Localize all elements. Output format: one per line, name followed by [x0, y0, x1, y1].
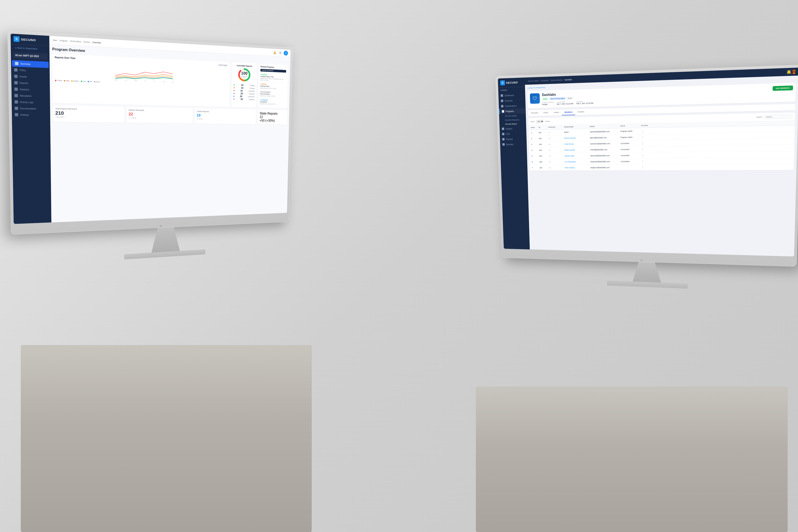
sidebar-item-support[interactable]: Support	[500, 126, 526, 132]
sidebar-item-documentation[interactable]: Documentation	[12, 105, 50, 112]
right-logo-text: SECUNO	[506, 81, 518, 84]
organizations-icon	[501, 105, 503, 108]
badge-pentest: Secure Pentest Alpha	[549, 97, 566, 100]
notifications-button[interactable]: 🔔	[273, 50, 277, 55]
th-profile: profile	[548, 126, 564, 128]
add-members-button[interactable]: ADD MEMBERS	[773, 86, 793, 91]
settings-button[interactable]: ⚙	[278, 50, 283, 55]
secuno-shield-icon: S	[14, 36, 20, 42]
stat-triaging: 10 Triaging	[234, 83, 255, 87]
tab-hunters[interactable]: Hunters	[575, 109, 587, 115]
sidebar-sub-security-response[interactable]: Security Response	[499, 118, 526, 122]
submitted-dot	[234, 90, 235, 91]
row-action-3[interactable]: ⋮	[641, 141, 653, 145]
tab-policy[interactable]: Policy	[541, 110, 551, 116]
row-action-7[interactable]: ⋮	[641, 166, 654, 169]
dashboard-icon	[501, 94, 503, 97]
pentest-item-testing: ● Testing Testing Status Started Sep 24,…	[260, 82, 286, 91]
info-dot	[88, 81, 89, 82]
user-avatar-button[interactable]: A	[284, 51, 288, 56]
sidebar-item-programs[interactable]: Programs	[499, 108, 526, 114]
low-dot	[81, 81, 82, 82]
sidebar-item-analytics[interactable]: Analytics	[12, 86, 50, 93]
platform-left	[21, 345, 312, 532]
right-sidebar: S SECUNO ADMIN Dashboard Accounts	[498, 77, 530, 249]
tab-assets[interactable]: Assets	[551, 110, 562, 116]
program-info-row: 🛡 Dashlabs Active Secure Pentest Alpha R…	[530, 86, 793, 106]
sidebar-item-accounts[interactable]: Accounts	[499, 98, 525, 104]
medium-dot	[71, 80, 73, 82]
row-action-1[interactable]: ⋮	[641, 129, 653, 133]
state-reports-sub: +50 (+30%)	[260, 119, 285, 123]
chart-title: Reports Over Time	[55, 56, 75, 60]
row-action-6[interactable]: ⋮	[641, 160, 654, 163]
testing-desc: Started Sep 24, 2022 4:17 PM	[260, 87, 286, 90]
meta-launch-date: Launch Date Jan 7, 2017 12:10 PM	[557, 101, 573, 105]
sidebar-item-organizations[interactable]: Organizations	[499, 103, 525, 109]
sidebar-item-payouts[interactable]: Payouts	[500, 136, 527, 142]
left-sidebar: S SECUNO ◂ Back to Organization 6Coin VA…	[11, 34, 51, 224]
show-label: Show	[531, 121, 535, 122]
members-search-input[interactable]	[764, 114, 792, 119]
svg-line-2	[113, 68, 177, 70]
closed-reports-value: 18	[197, 113, 254, 118]
row-action-4[interactable]: ⋮	[641, 148, 653, 151]
right-content: ◂ BACK TO PROGRAMS 🛡 Dashlabs	[525, 76, 798, 256]
th-role: Role	[620, 125, 641, 127]
right-notifications-button[interactable]: 🔔	[787, 70, 792, 74]
policy-icon	[14, 68, 18, 72]
monitor-right: S SECUNO ADMIN Dashboard Accounts	[496, 64, 798, 284]
svg-text:Sun: Sun	[172, 81, 173, 83]
breadcrumb: Start / Program / 6Coin Menu / 6Coins / …	[53, 39, 101, 44]
sidebar-item-allocations[interactable]: Allocations	[12, 92, 50, 99]
tab-members[interactable]: Members	[562, 109, 575, 115]
resolved-dot	[234, 93, 235, 94]
tab-overview[interactable]: Overview	[528, 110, 541, 116]
table-row: 7 007 — Rose Starkey keighnus@dashlabs.c…	[530, 164, 794, 171]
top-section-row: Reports Over Time Last 7 Days	[52, 54, 288, 109]
admin-badge: ADMIN	[498, 87, 525, 93]
chart-filter[interactable]: Last 7 Days	[218, 63, 228, 67]
completed-title: Completed	[260, 101, 285, 103]
entries-select[interactable]: 10 25 50	[536, 120, 544, 123]
reports-received-card: Reports Received 22 +1 (+48%)	[127, 107, 193, 124]
closed-reports-label: Closed Reports	[197, 110, 254, 113]
sidebar-item-dashboard[interactable]: Dashboard	[498, 92, 525, 98]
stats-row: Total Reports Received 210 +48 (+48%) Re…	[53, 105, 287, 125]
left-content: Program Overview Reports Over Time Last …	[50, 44, 291, 223]
platform-right	[476, 386, 787, 532]
svg-text:Wed: Wed	[135, 80, 137, 81]
sidebar-item-activity-logs[interactable]: Activity Logs	[12, 99, 50, 106]
reports-received-sub: +1 (+48%)	[129, 117, 190, 120]
row-action-2[interactable]: ⋮	[641, 135, 653, 139]
analytics-icon	[14, 88, 18, 91]
svg-text:Tue: Tue	[125, 79, 127, 81]
programs-icon	[502, 110, 504, 113]
reports-chart-card: Reports Over Time Last 7 Days	[52, 54, 230, 107]
total-reports-value: 210	[55, 111, 122, 117]
closed-reports-card: Closed Reports 18 +8 (10%)	[194, 108, 256, 124]
sidebar-sub-security-report[interactable]: Security Report	[499, 122, 526, 126]
sidebar-item-bounties[interactable]: Bounties	[500, 141, 526, 147]
program-details: Dashlabs Active Secure Pentest Alpha Rou…	[542, 86, 770, 106]
total-reports-label: Total Reports Received	[55, 108, 122, 111]
svg-text:Fri: Fri	[154, 81, 155, 82]
program-selector[interactable]: 6Coin VAPT Q4 2022	[13, 52, 48, 60]
pause-program-button[interactable]: PAUSE PROGRAM	[260, 69, 286, 73]
th-id: ID	[538, 126, 548, 128]
entries-label: entries	[545, 120, 550, 122]
donut-chart: 100 reports need action	[238, 68, 251, 82]
overview-icon	[15, 62, 18, 65]
total-reports-card: Total Reports Received 210 +48 (+48%)	[53, 105, 124, 123]
cve-icon	[502, 133, 504, 135]
sidebar-item-settings[interactable]: Settings	[12, 111, 50, 118]
action-stats: 10 Triaging 10 Pending	[234, 83, 255, 101]
back-to-org-button[interactable]: ◂ Back to Organization	[13, 45, 48, 52]
documentation-icon	[15, 107, 18, 110]
monitor-left: S SECUNO ◂ Back to Organization 6Coin VA…	[7, 31, 302, 256]
retested-dot	[234, 98, 235, 99]
row-action-5[interactable]: ⋮	[641, 153, 654, 157]
sidebar-item-cve[interactable]: CVE	[500, 131, 526, 137]
legend-medium: Medium	[71, 80, 79, 82]
right-user-avatar-button[interactable]: A	[793, 70, 796, 74]
